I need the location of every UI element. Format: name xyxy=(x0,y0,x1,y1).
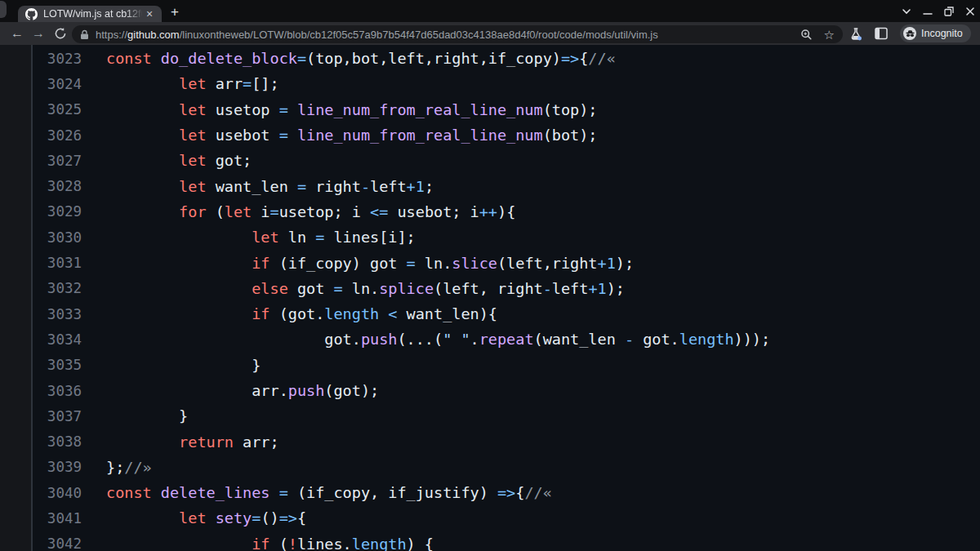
new-tab-button[interactable]: + xyxy=(166,3,184,21)
code-line: 3039};//» xyxy=(0,455,980,480)
code-text: arr.push(got); xyxy=(82,382,379,399)
back-icon[interactable]: ← xyxy=(7,26,28,41)
code-text: let got; xyxy=(82,152,252,169)
url-host: github.com xyxy=(127,29,180,41)
code-line: 3026 let usebot = line_num_from_real_lin… xyxy=(0,122,980,148)
line-number[interactable]: 3041 xyxy=(0,510,82,527)
bookmark-star-icon[interactable]: ☆ xyxy=(824,29,835,41)
code-text: } xyxy=(82,357,261,374)
line-number[interactable]: 3033 xyxy=(0,306,82,322)
code-line: 3028 let want_len = right-left+1; xyxy=(0,173,980,198)
code-text: if (!lines.length) { xyxy=(82,535,434,551)
code-line: 3036 arr.push(got); xyxy=(0,378,980,403)
line-number[interactable]: 3030 xyxy=(0,229,82,246)
line-number[interactable]: 3039 xyxy=(0,459,82,475)
code-text: return arr; xyxy=(82,433,279,451)
code-line: 3034 got.push(...(" ".repeat(want_len - … xyxy=(0,327,980,352)
code-text: let sety=()=>{ xyxy=(82,509,306,527)
code-line: 3033 if (got.length < want_len){ xyxy=(0,301,980,327)
code-text: let want_len = right-left+1; xyxy=(82,178,434,195)
code-line: 3041 let sety=()=>{ xyxy=(0,505,980,531)
line-number[interactable]: 3036 xyxy=(0,383,82,399)
tab-active[interactable]: LOTW/vim.js at cb12f05c57a9b7 × xyxy=(18,6,162,22)
code-text: let ln = lines[i]; xyxy=(82,229,416,246)
zoom-magnifier-icon[interactable] xyxy=(800,29,813,41)
line-number[interactable]: 3038 xyxy=(0,433,82,450)
code-line: 3031 if (if_copy) got = ln.slice(left,ri… xyxy=(0,250,980,275)
line-number[interactable]: 3040 xyxy=(0,485,82,501)
code-line: 3027 let got; xyxy=(0,148,980,173)
code-text: const delete_lines = (if_copy, if_justif… xyxy=(82,484,552,501)
line-number[interactable]: 3026 xyxy=(0,127,82,144)
line-number[interactable]: 3028 xyxy=(0,178,82,194)
line-number[interactable]: 3025 xyxy=(0,101,82,118)
code-text: } xyxy=(82,407,188,424)
line-number[interactable]: 3042 xyxy=(0,535,82,551)
line-number[interactable]: 3034 xyxy=(0,331,82,348)
code-text: if (if_copy) got = ln.slice(left,right+1… xyxy=(82,255,634,272)
incognito-label: Incognito xyxy=(921,28,963,39)
url-bar[interactable]: https://github.com/linuxontheweb/LOTW/bl… xyxy=(72,25,843,43)
code-text: else got = ln.splice(left, right-left+1)… xyxy=(82,280,625,297)
url-path: /linuxontheweb/LOTW/blob/cb12f05c57a9b7b… xyxy=(180,29,658,41)
line-number[interactable]: 3037 xyxy=(0,408,82,424)
code-line: 3025 let usetop = line_num_from_real_lin… xyxy=(0,97,980,122)
code-line: 3030 let ln = lines[i]; xyxy=(0,224,980,250)
code-text: const do_delete_block=(top,bot,left,righ… xyxy=(82,50,616,67)
incognito-spy-icon xyxy=(903,27,916,40)
line-number[interactable]: 3023 xyxy=(0,51,82,67)
incognito-badge: Incognito xyxy=(900,24,971,42)
tab-search-chevron-icon[interactable] xyxy=(902,7,911,16)
code-line: 3042 if (!lines.length) { xyxy=(0,531,980,551)
restore-window-icon[interactable] xyxy=(944,7,954,16)
close-window-icon[interactable] xyxy=(965,7,975,16)
line-number[interactable]: 3027 xyxy=(0,153,82,169)
code-text: if (got.length < want_len){ xyxy=(82,305,497,322)
line-number[interactable]: 3024 xyxy=(0,76,82,92)
side-panel-icon[interactable] xyxy=(875,27,888,40)
tab-close-icon[interactable]: × xyxy=(146,8,153,20)
reload-icon[interactable] xyxy=(54,27,67,40)
line-number[interactable]: 3032 xyxy=(0,280,82,296)
code-text: let usetop = line_num_from_real_line_num… xyxy=(82,101,597,118)
line-number[interactable]: 3031 xyxy=(0,255,82,271)
tab-title: LOTW/vim.js at cb12f05c57a9b7 xyxy=(43,8,145,20)
code-line: 3029 for (let i=usetop; i <= usebot; i++… xyxy=(0,199,980,224)
code-text: got.push(...(" ".repeat(want_len - got.l… xyxy=(82,331,770,348)
tab-sliver[interactable] xyxy=(0,1,7,18)
url-text: https://github.com/linuxontheweb/LOTW/bl… xyxy=(96,29,794,41)
line-number[interactable]: 3035 xyxy=(0,357,82,373)
code-text: let arr=[]; xyxy=(82,75,279,92)
code-text: for (let i=usetop; i <= usebot; i++){ xyxy=(82,203,515,220)
code-text: };//» xyxy=(82,459,152,476)
code-line: 3038 return arr; xyxy=(0,429,980,454)
forward-icon[interactable]: → xyxy=(28,26,49,41)
code-line: 3023const do_delete_block=(top,bot,left,… xyxy=(0,46,980,71)
code-line: 3024 let arr=[]; xyxy=(0,71,980,96)
code-lines: 3023const do_delete_block=(top,bot,left,… xyxy=(0,46,980,551)
flask-extension-icon[interactable] xyxy=(849,27,862,41)
minimize-icon[interactable] xyxy=(923,7,933,16)
tab-strip: LOTW/vim.js at cb12f05c57a9b7 × + xyxy=(0,0,980,22)
code-view: 3023const do_delete_block=(top,bot,left,… xyxy=(0,45,980,551)
line-number[interactable]: 3029 xyxy=(0,203,82,220)
code-line: 3035 } xyxy=(0,353,980,378)
code-text: let usebot = line_num_from_real_line_num… xyxy=(82,127,597,144)
url-scheme: https:// xyxy=(96,29,127,41)
lock-icon[interactable] xyxy=(80,29,89,40)
code-line: 3037 } xyxy=(0,403,980,429)
code-line: 3040const delete_lines = (if_copy, if_ju… xyxy=(0,480,980,505)
github-favicon-icon xyxy=(25,8,38,20)
code-line: 3032 else got = ln.splice(left, right-le… xyxy=(0,276,980,301)
